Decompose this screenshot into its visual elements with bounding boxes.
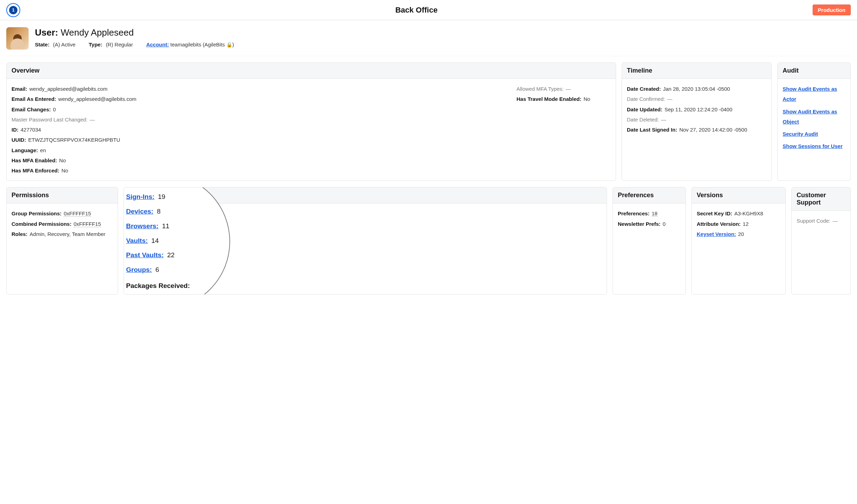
date-last-signin-value: Nov 27, 2020 14:42:00 -0500 bbox=[679, 127, 747, 133]
vaults-link[interactable]: Vaults: bbox=[126, 237, 148, 244]
user-name: Wendy Appleseed bbox=[61, 27, 134, 38]
vaults-count: 14 bbox=[151, 237, 159, 244]
mfa-enabled-value: No bbox=[59, 157, 66, 163]
page-title: Back Office bbox=[395, 6, 438, 15]
audit-object-link[interactable]: Show Audit Events as Object bbox=[783, 106, 845, 127]
groups-count: 6 bbox=[155, 266, 159, 273]
date-deleted-value: — bbox=[661, 117, 666, 123]
browsers-link[interactable]: Browsers: bbox=[126, 222, 159, 230]
past-vaults-link[interactable]: Past Vaults: bbox=[126, 251, 164, 259]
account-value: teamagilebits (AgileBits 🔒) bbox=[170, 42, 234, 47]
support-code-label: Support Code: bbox=[797, 218, 830, 224]
audit-header: Audit bbox=[778, 63, 850, 79]
email-entered-value: wendy_appleseed@agilebits.com bbox=[58, 96, 137, 102]
overview-left: Email:wendy_appleseed@agilebits.com Emai… bbox=[12, 84, 510, 176]
avatar bbox=[6, 27, 29, 50]
user-meta-row: State: (A) Active Type: (R) Regular Acco… bbox=[35, 42, 234, 47]
user-type: Type: (R) Regular bbox=[89, 42, 133, 47]
user-title-prefix: User: bbox=[35, 27, 58, 38]
app-logo[interactable]: 1 bbox=[6, 3, 20, 17]
permissions-header: Permissions bbox=[7, 187, 118, 203]
mp-changed-label: Master Password Last Changed: bbox=[12, 117, 88, 123]
versions-header: Versions bbox=[692, 187, 785, 203]
logo-icon: 1 bbox=[9, 6, 17, 14]
roles-label: Roles: bbox=[12, 231, 28, 237]
date-created-value: Jan 28, 2020 13:05:04 -0500 bbox=[663, 86, 730, 92]
combined-perms-label: Combined Permissions: bbox=[12, 221, 72, 227]
user-state: State: (A) Active bbox=[35, 42, 75, 47]
attr-version-label: Attribute Version: bbox=[697, 221, 741, 227]
mfa-enforced-value: No bbox=[61, 168, 68, 173]
uuid-label: UUID: bbox=[12, 137, 26, 143]
user-header-info: User: Wendy Appleseed State: (A) Active … bbox=[35, 27, 234, 47]
date-deleted-label: Date Deleted: bbox=[627, 117, 659, 123]
support-header: Customer Support bbox=[792, 187, 850, 211]
date-confirmed-label: Date Confirmed: bbox=[627, 96, 665, 102]
date-updated-label: Date Updated: bbox=[627, 106, 662, 112]
lock-icon: 🔒 bbox=[226, 42, 232, 47]
mfa-types-value: — bbox=[566, 86, 571, 92]
uuid-value: ETWZJTQCSRFPVOX74KERGHPBTU bbox=[28, 137, 120, 143]
id-label: ID: bbox=[12, 127, 19, 133]
user-type-value: (R) Regular bbox=[106, 42, 133, 47]
user-account: Account: teamagilebits (AgileBits 🔒) bbox=[146, 42, 234, 47]
user-state-label: State: bbox=[35, 42, 50, 47]
environment-badge[interactable]: Production bbox=[813, 5, 851, 15]
groups-link[interactable]: Groups: bbox=[126, 266, 152, 273]
support-code-value: — bbox=[833, 218, 838, 224]
newsletter-prefs-value: 0 bbox=[663, 221, 666, 227]
roles-value: Admin, Recovery, Team Member bbox=[30, 231, 105, 237]
language-label: Language: bbox=[12, 147, 38, 153]
user-state-value: (A) Active bbox=[53, 42, 75, 47]
user-title: User: Wendy Appleseed bbox=[35, 27, 234, 38]
account-link[interactable]: Account: bbox=[146, 42, 169, 47]
past-vaults-count: 22 bbox=[167, 251, 175, 259]
devices-count: 8 bbox=[157, 208, 161, 215]
show-sessions-link[interactable]: Show Sessions for User bbox=[783, 141, 845, 151]
travel-mode-label: Has Travel Mode Enabled: bbox=[517, 96, 581, 102]
travel-mode-value: No bbox=[584, 96, 590, 102]
timeline-header: Timeline bbox=[622, 63, 771, 79]
attr-version-value: 12 bbox=[743, 221, 749, 227]
browsers-count: 11 bbox=[162, 222, 169, 230]
topbar-left: 1 bbox=[6, 3, 20, 17]
devices-link[interactable]: Devices: bbox=[126, 208, 153, 215]
audit-panel: Audit Show Audit Events as Actor Show Au… bbox=[777, 62, 851, 181]
email-label: Email: bbox=[12, 86, 27, 92]
support-panel: Customer Support Support Code:— bbox=[791, 187, 851, 295]
packages-received-label: Packages Received: bbox=[126, 279, 217, 293]
user-header: User: Wendy Appleseed State: (A) Active … bbox=[6, 25, 851, 56]
secret-key-value: A3-KGH9X8 bbox=[734, 210, 763, 216]
user-type-label: Type: bbox=[89, 42, 102, 47]
keyset-version-link[interactable]: Keyset Version: bbox=[697, 231, 736, 237]
date-last-signin-label: Date Last Signed In: bbox=[627, 127, 677, 133]
signins-count: 19 bbox=[158, 193, 165, 200]
id-value: 4277034 bbox=[21, 127, 41, 133]
security-audit-link[interactable]: Security Audit bbox=[783, 129, 845, 139]
zoom-circle: Sign-Ins:19 Devices:8 Browsers:11 Vaults… bbox=[124, 187, 230, 295]
overview-panel: Overview Email:wendy_appleseed@agilebits… bbox=[6, 62, 616, 181]
permissions-panel: Permissions Group Permissions:0xFFFFF15 … bbox=[6, 187, 118, 295]
email-changes-value: 0 bbox=[53, 106, 56, 112]
signins-link[interactable]: Sign-Ins: bbox=[126, 193, 154, 200]
email-changes-label: Email Changes: bbox=[12, 106, 51, 112]
group-perms-value[interactable]: 0xFFFFF15 bbox=[64, 210, 91, 217]
language-value: en bbox=[40, 147, 46, 153]
date-created-label: Date Created: bbox=[627, 86, 661, 92]
keyset-version-value: 20 bbox=[738, 231, 744, 237]
combined-perms-value[interactable]: 0xFFFFF15 bbox=[74, 221, 101, 227]
account-text: teamagilebits (AgileBits bbox=[170, 42, 226, 47]
prefs-value[interactable]: 18 bbox=[652, 210, 658, 217]
mfa-types-label: Allowed MFA Types: bbox=[517, 86, 564, 92]
date-confirmed-value: — bbox=[667, 96, 672, 102]
audit-actor-link[interactable]: Show Audit Events as Actor bbox=[783, 84, 845, 104]
prefs-label: Preferences: bbox=[618, 210, 650, 216]
overview-right: Allowed MFA Types:— Has Travel Mode Enab… bbox=[517, 84, 611, 176]
group-perms-label: Group Permissions: bbox=[12, 210, 61, 216]
account-suffix: ) bbox=[232, 42, 234, 47]
counts-panel: Sign-Ins:19 Devices:8 Browsers:11 Vaults… bbox=[124, 187, 607, 295]
date-updated-value: Sep 11, 2020 12:24:20 -0400 bbox=[665, 106, 732, 112]
preferences-header: Preferences bbox=[613, 187, 686, 203]
versions-panel: Versions Secret Key ID:A3-KGH9X8 Attribu… bbox=[691, 187, 786, 295]
topbar: 1 Back Office Production bbox=[0, 0, 857, 20]
